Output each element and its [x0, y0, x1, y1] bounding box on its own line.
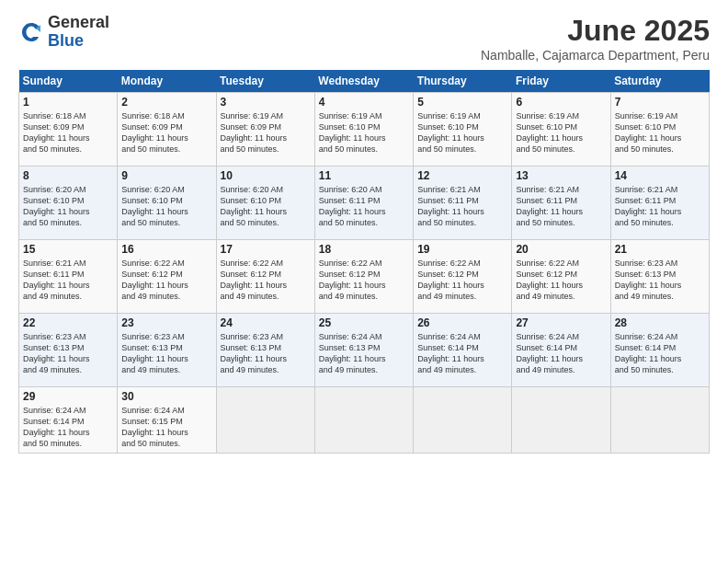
day-info: Sunrise: 6:23 AMSunset: 6:13 PMDaylight:…: [121, 331, 211, 376]
day-info: Sunrise: 6:21 AMSunset: 6:11 PMDaylight:…: [516, 184, 606, 229]
day-number: 25: [319, 316, 409, 329]
day-cell: 28 Sunrise: 6:24 AMSunset: 6:14 PMDaylig…: [610, 314, 709, 387]
day-info: Sunrise: 6:20 AMSunset: 6:10 PMDaylight:…: [221, 184, 311, 229]
day-cell: 5 Sunrise: 6:19 AMSunset: 6:10 PMDayligh…: [414, 93, 512, 167]
day-number: 19: [417, 243, 507, 256]
day-number: 18: [319, 243, 409, 256]
day-number: 12: [417, 169, 507, 182]
title-area: June 2025 Namballe, Cajamarca Department…: [481, 14, 710, 63]
day-info: Sunrise: 6:23 AMSunset: 6:13 PMDaylight:…: [23, 331, 113, 376]
day-number: 1: [23, 96, 113, 109]
day-number: 6: [516, 96, 606, 109]
day-number: 3: [221, 96, 311, 109]
day-cell: 12 Sunrise: 6:21 AMSunset: 6:11 PMDaylig…: [414, 167, 512, 240]
day-number: 23: [121, 316, 211, 329]
day-cell: 16 Sunrise: 6:22 AMSunset: 6:12 PMDaylig…: [118, 240, 216, 314]
day-cell: 7 Sunrise: 6:19 AMSunset: 6:10 PMDayligh…: [610, 93, 709, 167]
logo-text: General Blue: [48, 14, 109, 51]
col-header-monday: Monday: [118, 70, 216, 93]
day-cell: 9 Sunrise: 6:20 AMSunset: 6:10 PMDayligh…: [118, 167, 216, 240]
day-info: Sunrise: 6:24 AMSunset: 6:14 PMDaylight:…: [23, 405, 113, 450]
page: General Blue June 2025 Namballe, Cajamar…: [0, 0, 728, 563]
day-cell: [414, 387, 512, 454]
col-header-thursday: Thursday: [414, 70, 512, 93]
day-info: Sunrise: 6:19 AMSunset: 6:10 PMDaylight:…: [417, 110, 507, 155]
day-cell: [512, 387, 610, 454]
calendar-table: SundayMondayTuesdayWednesdayThursdayFrid…: [18, 70, 710, 454]
day-cell: 20 Sunrise: 6:22 AMSunset: 6:12 PMDaylig…: [512, 240, 610, 314]
day-info: Sunrise: 6:18 AMSunset: 6:09 PMDaylight:…: [23, 110, 113, 155]
day-info: Sunrise: 6:19 AMSunset: 6:09 PMDaylight:…: [221, 110, 311, 155]
day-info: Sunrise: 6:19 AMSunset: 6:10 PMDaylight:…: [319, 110, 409, 155]
day-cell: 6 Sunrise: 6:19 AMSunset: 6:10 PMDayligh…: [512, 93, 610, 167]
day-info: Sunrise: 6:23 AMSunset: 6:13 PMDaylight:…: [615, 258, 705, 303]
day-cell: [610, 387, 709, 454]
day-info: Sunrise: 6:22 AMSunset: 6:12 PMDaylight:…: [221, 258, 311, 303]
col-header-friday: Friday: [512, 70, 610, 93]
day-cell: 25 Sunrise: 6:24 AMSunset: 6:13 PMDaylig…: [314, 314, 413, 387]
day-info: Sunrise: 6:24 AMSunset: 6:14 PMDaylight:…: [417, 331, 507, 376]
day-number: 7: [615, 96, 705, 109]
col-header-saturday: Saturday: [610, 70, 709, 93]
day-number: 11: [319, 169, 409, 182]
day-info: Sunrise: 6:19 AMSunset: 6:10 PMDaylight:…: [516, 110, 606, 155]
logo-blue: Blue: [48, 32, 109, 51]
day-cell: 27 Sunrise: 6:24 AMSunset: 6:14 PMDaylig…: [512, 314, 610, 387]
day-number: 21: [615, 243, 705, 256]
day-cell: 22 Sunrise: 6:23 AMSunset: 6:13 PMDaylig…: [19, 314, 118, 387]
day-info: Sunrise: 6:24 AMSunset: 6:14 PMDaylight:…: [615, 331, 705, 376]
day-cell: 17 Sunrise: 6:22 AMSunset: 6:12 PMDaylig…: [216, 240, 314, 314]
day-info: Sunrise: 6:22 AMSunset: 6:12 PMDaylight:…: [516, 258, 606, 303]
day-cell: 4 Sunrise: 6:19 AMSunset: 6:10 PMDayligh…: [314, 93, 413, 167]
day-info: Sunrise: 6:19 AMSunset: 6:10 PMDaylight:…: [615, 110, 705, 155]
day-cell: [314, 387, 413, 454]
day-number: 4: [319, 96, 409, 109]
day-number: 14: [615, 169, 705, 182]
day-info: Sunrise: 6:23 AMSunset: 6:13 PMDaylight:…: [221, 331, 311, 376]
day-cell: [216, 387, 314, 454]
day-info: Sunrise: 6:24 AMSunset: 6:13 PMDaylight:…: [319, 331, 409, 376]
day-cell: 3 Sunrise: 6:19 AMSunset: 6:09 PMDayligh…: [216, 93, 314, 167]
day-cell: 1 Sunrise: 6:18 AMSunset: 6:09 PMDayligh…: [19, 93, 118, 167]
week-row-3: 15 Sunrise: 6:21 AMSunset: 6:11 PMDaylig…: [19, 240, 710, 314]
day-number: 5: [417, 96, 507, 109]
day-number: 22: [23, 316, 113, 329]
day-number: 17: [221, 243, 311, 256]
day-number: 29: [23, 390, 113, 403]
day-info: Sunrise: 6:21 AMSunset: 6:11 PMDaylight:…: [417, 184, 507, 229]
logo-general: General: [48, 14, 109, 32]
day-info: Sunrise: 6:18 AMSunset: 6:09 PMDaylight:…: [121, 110, 211, 155]
col-header-wednesday: Wednesday: [314, 70, 413, 93]
day-info: Sunrise: 6:21 AMSunset: 6:11 PMDaylight:…: [615, 184, 705, 229]
day-cell: 24 Sunrise: 6:23 AMSunset: 6:13 PMDaylig…: [216, 314, 314, 387]
col-header-tuesday: Tuesday: [216, 70, 314, 93]
day-info: Sunrise: 6:21 AMSunset: 6:11 PMDaylight:…: [23, 258, 113, 303]
day-number: 30: [121, 390, 211, 403]
day-number: 13: [516, 169, 606, 182]
day-cell: 29 Sunrise: 6:24 AMSunset: 6:14 PMDaylig…: [19, 387, 118, 454]
week-row-5: 29 Sunrise: 6:24 AMSunset: 6:14 PMDaylig…: [19, 387, 710, 454]
day-number: 15: [23, 243, 113, 256]
day-cell: 11 Sunrise: 6:20 AMSunset: 6:11 PMDaylig…: [314, 167, 413, 240]
day-info: Sunrise: 6:20 AMSunset: 6:10 PMDaylight:…: [121, 184, 211, 229]
week-row-1: 1 Sunrise: 6:18 AMSunset: 6:09 PMDayligh…: [19, 93, 710, 167]
day-number: 2: [121, 96, 211, 109]
day-number: 8: [23, 169, 113, 182]
day-info: Sunrise: 6:20 AMSunset: 6:10 PMDaylight:…: [23, 184, 113, 229]
logo: General Blue: [18, 14, 109, 51]
location-subtitle: Namballe, Cajamarca Department, Peru: [481, 48, 710, 63]
day-cell: 8 Sunrise: 6:20 AMSunset: 6:10 PMDayligh…: [19, 167, 118, 240]
header: General Blue June 2025 Namballe, Cajamar…: [18, 14, 710, 63]
logo-icon: [18, 19, 44, 45]
day-cell: 21 Sunrise: 6:23 AMSunset: 6:13 PMDaylig…: [610, 240, 709, 314]
day-cell: 2 Sunrise: 6:18 AMSunset: 6:09 PMDayligh…: [118, 93, 216, 167]
day-number: 10: [221, 169, 311, 182]
day-number: 16: [121, 243, 211, 256]
day-info: Sunrise: 6:24 AMSunset: 6:15 PMDaylight:…: [121, 405, 211, 450]
day-cell: 19 Sunrise: 6:22 AMSunset: 6:12 PMDaylig…: [414, 240, 512, 314]
day-cell: 14 Sunrise: 6:21 AMSunset: 6:11 PMDaylig…: [610, 167, 709, 240]
header-row: SundayMondayTuesdayWednesdayThursdayFrid…: [19, 70, 710, 93]
day-cell: 15 Sunrise: 6:21 AMSunset: 6:11 PMDaylig…: [19, 240, 118, 314]
day-cell: 18 Sunrise: 6:22 AMSunset: 6:12 PMDaylig…: [314, 240, 413, 314]
day-number: 26: [417, 316, 507, 329]
